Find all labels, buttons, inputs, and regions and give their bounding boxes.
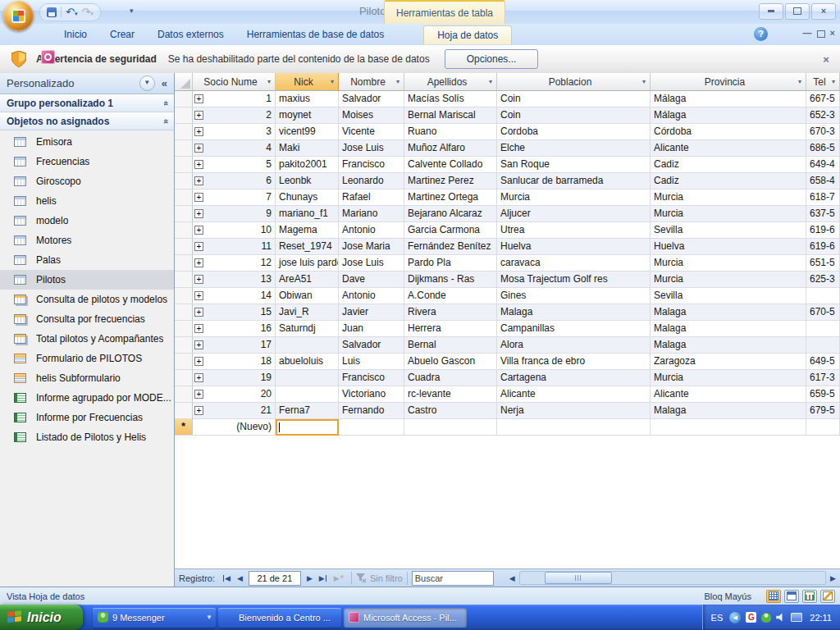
cell[interactable]: Herrera xyxy=(404,321,497,337)
row-selector[interactable] xyxy=(175,272,193,288)
expand-icon[interactable]: + xyxy=(194,324,203,333)
datasheet-view-button[interactable] xyxy=(766,590,781,603)
cell[interactable]: mariano_f1 xyxy=(276,206,339,222)
cell-socio[interactable]: +18 xyxy=(193,354,276,370)
first-record-button[interactable]: ◀ xyxy=(219,574,234,582)
cell[interactable]: 658-4 xyxy=(806,173,840,189)
cell[interactable]: 670-3 xyxy=(806,124,840,140)
row-selector[interactable] xyxy=(175,321,193,337)
cell-socio[interactable]: +15 xyxy=(193,304,276,321)
cell[interactable]: Salvador xyxy=(339,91,404,107)
cell[interactable]: Alora xyxy=(497,337,651,354)
cell[interactable]: Cartagena xyxy=(497,370,651,386)
sidebar-item-pilotos[interactable]: Pilotos xyxy=(0,270,174,290)
cell[interactable]: Vicente xyxy=(339,124,404,140)
expand-icon[interactable]: + xyxy=(194,144,203,153)
empty-cell[interactable] xyxy=(651,419,806,436)
previous-record-button[interactable]: ◀ xyxy=(234,574,246,582)
cell[interactable]: Garcia Carmona xyxy=(404,222,497,239)
cell[interactable]: AreA51 xyxy=(276,272,339,288)
cell[interactable]: 619-6 xyxy=(806,239,840,255)
last-record-button[interactable]: ▶ xyxy=(316,574,331,582)
column-header-tel[interactable]: Tel▾ xyxy=(806,73,840,91)
cell[interactable]: 649-4 xyxy=(806,157,840,173)
row-selector[interactable] xyxy=(175,173,193,189)
cell-socio[interactable]: +19 xyxy=(193,370,276,386)
search-input[interactable] xyxy=(412,571,494,586)
chevron-down-icon[interactable]: ▼ xyxy=(139,75,155,91)
help-icon[interactable]: ? xyxy=(754,27,768,41)
cell[interactable]: Antonio xyxy=(339,222,404,239)
row-selector[interactable] xyxy=(175,124,193,140)
cell[interactable]: Martinez Ortega xyxy=(404,189,497,206)
cell[interactable]: rc-levante xyxy=(404,386,497,403)
cell[interactable]: Leonbk xyxy=(276,173,339,189)
messenger-tray-icon[interactable] xyxy=(761,613,771,623)
column-header-nombre[interactable]: Nombre▾ xyxy=(339,73,404,91)
tab-hoja-de-datos[interactable]: Hoja de datos xyxy=(423,25,512,44)
sidebar-item-emisora[interactable]: Emisora xyxy=(0,132,174,152)
cell[interactable]: Córdoba xyxy=(651,124,806,140)
row-selector[interactable] xyxy=(175,304,193,321)
row-selector[interactable] xyxy=(175,222,193,239)
cell[interactable] xyxy=(276,337,339,354)
cell[interactable]: Malaga xyxy=(497,304,651,321)
cell[interactable]: Cordoba xyxy=(497,124,651,140)
cell[interactable]: Sevilla xyxy=(651,222,806,239)
cell-socio[interactable]: +6 xyxy=(193,173,276,189)
row-selector[interactable] xyxy=(175,288,193,304)
cell[interactable]: Victoriano xyxy=(339,386,404,403)
expand-icon[interactable]: + xyxy=(194,193,203,202)
sidebar-item-modelo[interactable]: modelo xyxy=(0,211,174,231)
tab-herramientas-de-base-de-datos[interactable]: Herramientas de base de datos xyxy=(235,25,395,43)
close-button[interactable]: × xyxy=(811,3,836,20)
next-record-button[interactable]: ▶ xyxy=(304,574,316,582)
cell[interactable]: Rafael xyxy=(339,189,404,206)
cell-socio[interactable]: +13 xyxy=(193,272,276,288)
cell[interactable]: Villa franca de ebro xyxy=(497,354,651,370)
cell[interactable]: Malaga xyxy=(651,304,806,321)
office-button[interactable] xyxy=(3,1,34,31)
empty-cell[interactable] xyxy=(339,419,404,436)
select-all-corner[interactable] xyxy=(175,73,193,91)
cell[interactable]: Javier xyxy=(339,304,404,321)
cell[interactable]: Moises xyxy=(339,107,404,124)
cell[interactable]: Gines xyxy=(497,288,651,304)
cell[interactable]: Murcia xyxy=(651,272,806,288)
cell[interactable]: Fernando xyxy=(339,403,404,419)
cell[interactable]: Bejarano Alcaraz xyxy=(404,206,497,222)
row-selector[interactable] xyxy=(175,157,193,173)
expand-icon[interactable]: + xyxy=(194,160,203,169)
cell[interactable]: Saturndj xyxy=(276,321,339,337)
expand-icon[interactable]: + xyxy=(194,176,203,185)
cell[interactable]: pakito2001 xyxy=(276,157,339,173)
cell[interactable]: Leonardo xyxy=(339,173,404,189)
cell[interactable]: 686-5 xyxy=(806,140,840,157)
sidebar-item-helis-subformulario[interactable]: helis Subformulario xyxy=(0,368,174,388)
scrollbar-track[interactable] xyxy=(519,571,826,585)
cell[interactable]: Málaga xyxy=(651,91,806,107)
cell[interactable]: Dijkmans - Ras xyxy=(404,272,497,288)
cell[interactable]: Huelva xyxy=(497,239,651,255)
cell[interactable]: Bernal Mariscal xyxy=(404,107,497,124)
cell[interactable]: Pardo Pla xyxy=(404,255,497,272)
cell[interactable]: Antonio xyxy=(339,288,404,304)
cell[interactable]: Francisco xyxy=(339,157,404,173)
hide-icons-icon[interactable]: ◀ xyxy=(729,612,741,623)
cell[interactable] xyxy=(276,386,339,403)
cell[interactable]: Abuelo Gascon xyxy=(404,354,497,370)
cell[interactable]: Murcia xyxy=(651,255,806,272)
cell[interactable] xyxy=(276,370,339,386)
display-icon[interactable] xyxy=(791,613,802,622)
cell[interactable]: 625-3 xyxy=(806,272,840,288)
cell-socio[interactable]: +12 xyxy=(193,255,276,272)
cell-socio[interactable]: +20 xyxy=(193,386,276,403)
expand-icon[interactable]: + xyxy=(194,357,203,366)
cell[interactable]: 670-5 xyxy=(806,304,840,321)
cell[interactable]: 618-7 xyxy=(806,189,840,206)
cell[interactable]: Jose Luis xyxy=(339,140,404,157)
record-position-box[interactable]: 21 de 21 xyxy=(249,571,301,586)
cell[interactable]: Murcia xyxy=(651,189,806,206)
expand-icon[interactable]: + xyxy=(194,340,203,349)
cell[interactable]: Huelva xyxy=(651,239,806,255)
